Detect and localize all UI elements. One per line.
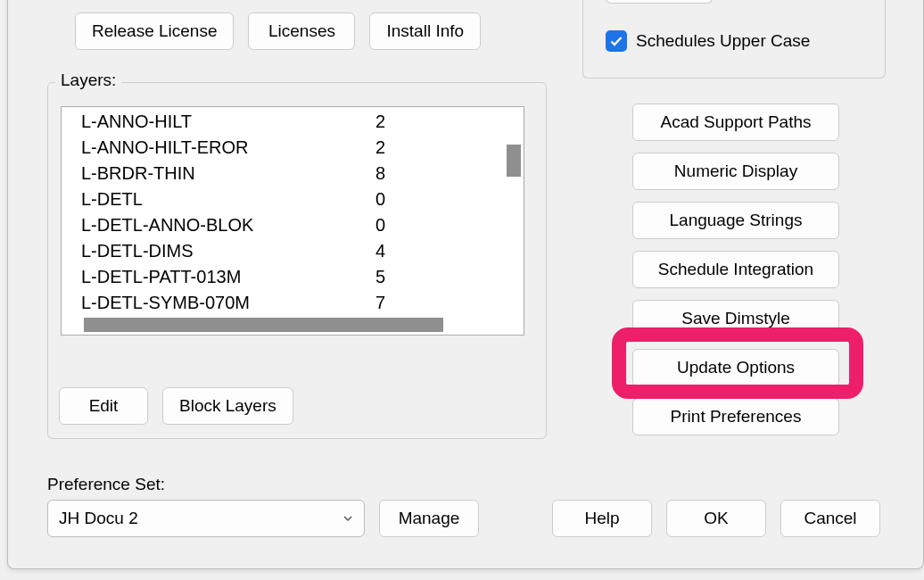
block-layers-button[interactable]: Block Layers	[162, 387, 293, 425]
cancel-button[interactable]: Cancel	[780, 500, 880, 537]
release-license-button[interactable]: Release License	[75, 12, 234, 50]
list-item: L-DETL0	[81, 186, 516, 212]
list-item: L-DETL-PATT-013M5	[81, 264, 516, 290]
edit-button-partial[interactable]: Edit	[606, 0, 713, 4]
update-options-button[interactable]: Update Options	[632, 349, 839, 386]
acad-support-paths-button[interactable]: Acad Support Paths	[632, 104, 839, 141]
layers-group-label: Layers:	[55, 70, 121, 90]
print-preferences-button[interactable]: Print Preferences	[632, 398, 839, 435]
language-strings-button[interactable]: Language Strings	[632, 202, 839, 239]
check-icon	[609, 34, 623, 48]
install-info-button[interactable]: Install Info	[369, 12, 481, 50]
preference-set-value: JH Docu 2	[59, 509, 138, 528]
manage-button[interactable]: Manage	[379, 500, 479, 537]
layers-listbox[interactable]: L-ANNO-HILT2 L-ANNO-HILT-EROR2 L-BRDR-TH…	[61, 106, 524, 336]
save-dimstyle-button[interactable]: Save Dimstyle	[632, 300, 839, 337]
vertical-scrollbar-thumb[interactable]	[507, 145, 521, 177]
licenses-button[interactable]: Licenses	[248, 12, 355, 50]
layers-group: Layers: L-ANNO-HILT2 L-ANNO-HILT-EROR2 L…	[47, 82, 547, 439]
list-item: L-DETL-SYMB-070M7	[81, 290, 516, 316]
horizontal-scrollbar-thumb[interactable]	[84, 318, 443, 332]
schedule-integration-button[interactable]: Schedule Integration	[632, 251, 839, 288]
chevron-down-icon	[342, 513, 353, 524]
schedules-upper-case-checkbox[interactable]	[606, 30, 627, 52]
help-button[interactable]: Help	[552, 500, 652, 537]
ok-button[interactable]: OK	[666, 500, 766, 537]
preference-set-label: Preference Set:	[47, 475, 165, 494]
list-item: L-DETL-DIMS4	[81, 238, 516, 264]
preference-set-dropdown[interactable]: JH Docu 2	[47, 500, 365, 537]
numeric-display-button[interactable]: Numeric Display	[632, 153, 839, 190]
list-item: L-ANNO-HILT-EROR2	[81, 135, 516, 161]
layers-edit-button[interactable]: Edit	[59, 387, 148, 425]
list-item: L-DETL-ANNO-BLOK0	[81, 212, 516, 238]
list-item: L-ANNO-HILT2	[81, 109, 516, 135]
schedules-upper-case-label: Schedules Upper Case	[636, 31, 810, 51]
list-item: L-BRDR-THIN8	[81, 161, 516, 186]
